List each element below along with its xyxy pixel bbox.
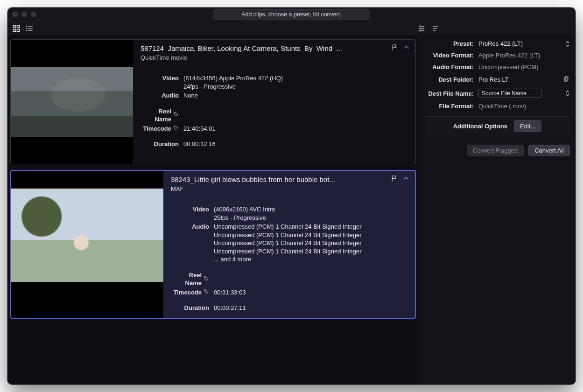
tag-icon	[204, 288, 209, 297]
video-format-value: Apple ProRes 422 (LT)	[478, 52, 570, 59]
additional-options-row: Additional Options Edit...	[425, 116, 570, 136]
video-fps: 25fps - Progressive	[214, 214, 275, 222]
clips-list[interactable]: 587124_Jamaica, Biker, Looking At Camera…	[7, 35, 419, 385]
clip-card[interactable]: 587124_Jamaica, Biker, Looking At Camera…	[10, 39, 416, 164]
tag-icon	[173, 125, 179, 133]
grid-view-button[interactable]	[12, 24, 21, 33]
chevron-updown-icon[interactable]	[565, 41, 570, 47]
clip-card[interactable]: 38243_Little girl blows bubbles from her…	[10, 170, 416, 319]
svg-point-22	[205, 290, 205, 291]
thumbnail	[11, 171, 163, 318]
sort-button[interactable]	[431, 24, 440, 33]
svg-rect-23	[565, 77, 568, 80]
video-spec: (6144x3456) Apple ProRes 422 (HQ)	[183, 74, 283, 83]
window-controls	[12, 12, 36, 17]
preset-value: ProRes 422 (LT)	[478, 40, 523, 47]
chevron-updown-icon[interactable]	[565, 90, 570, 97]
timecode-label: Timecode	[171, 288, 214, 297]
collapse-icon[interactable]	[402, 43, 411, 53]
timecode-value: 00:31:33:03	[214, 288, 246, 297]
video-fps: 24fps - Progressive	[183, 83, 283, 91]
dest-file-name-input[interactable]	[478, 89, 541, 98]
clip-details: 587124_Jamaica, Biker, Looking At Camera…	[133, 40, 415, 164]
content-area: 587124_Jamaica, Biker, Looking At Camera…	[7, 35, 576, 385]
svg-rect-1	[17, 25, 20, 28]
file-format-label: File Format:	[425, 103, 474, 110]
audio-label: Audio	[171, 223, 214, 231]
settings-panel: Preset: ProRes 422 (LT) Video Format: Ap…	[419, 35, 576, 385]
titlebar: Add clips, choose a preset, hit convert.	[7, 7, 576, 21]
svg-rect-2	[13, 29, 15, 31]
preset-label: Preset:	[425, 40, 474, 47]
clip-container-type: QuickTime movie	[140, 54, 409, 61]
flag-icon[interactable]	[391, 175, 398, 184]
titlebar-hint: Add clips, choose a preset, hit convert.	[213, 9, 370, 20]
convert-flagged-button[interactable]: Convert Flagged	[467, 145, 524, 156]
audio-line: Uncompressed (PCM) 1 Channel 24 Bit Sign…	[214, 239, 362, 247]
video-label: Video	[171, 205, 214, 214]
choose-folder-icon[interactable]	[563, 75, 570, 84]
svg-point-20	[175, 126, 175, 127]
file-format-value: QuickTime (.mov)	[478, 103, 570, 110]
audio-line: Uncompressed (PCM) 1 Channel 24 Bit Sign…	[214, 247, 362, 256]
dest-folder-value: Pro Res LT	[478, 76, 509, 83]
video-spec: (4096x2160) AVC Intra	[214, 205, 275, 214]
convert-all-button[interactable]: Convert All	[528, 145, 570, 156]
duration-label: Duration	[171, 304, 214, 312]
clip-title: 38243_Little girl blows bubbles from her…	[171, 175, 358, 183]
minimize-window-button[interactable]	[21, 12, 27, 17]
clip-details: 38243_Little girl blows bubbles from her…	[163, 171, 415, 318]
clip-container-type: MXF	[171, 185, 408, 192]
duration-value: 00:00:27:11	[214, 304, 246, 312]
audio-more: ... and 4 more	[214, 255, 362, 264]
preset-dropdown[interactable]: ProRes 422 (LT)	[478, 40, 523, 47]
close-window-button[interactable]	[12, 12, 18, 17]
timecode-label: Timecode	[140, 125, 183, 133]
svg-rect-0	[13, 25, 15, 28]
clip-title: 587124_Jamaica, Biker, Looking At Camera…	[140, 44, 355, 52]
svg-rect-24	[564, 77, 567, 81]
video-label: Video	[140, 74, 183, 83]
svg-point-11	[420, 26, 421, 27]
audio-format-value: Uncompressed (PCM)	[478, 63, 570, 70]
toolbar	[7, 21, 576, 35]
duration-label: Duration	[140, 140, 183, 148]
svg-point-19	[175, 113, 175, 114]
thumbnail	[11, 40, 133, 164]
svg-point-7	[26, 26, 27, 27]
audio-label: Audio	[140, 91, 183, 100]
svg-point-21	[205, 277, 205, 278]
tag-icon	[204, 275, 209, 284]
tag-icon	[173, 111, 179, 119]
timecode-value: 21:40:54:01	[183, 125, 216, 133]
svg-rect-3	[17, 29, 20, 31]
app-window: Add clips, choose a preset, hit convert.	[7, 7, 576, 385]
flag-icon[interactable]	[391, 44, 399, 53]
reel-name-label: Reel Name	[140, 107, 183, 124]
dest-file-name-label: Dest File Name:	[425, 90, 474, 97]
reel-name-label: Reel Name	[171, 271, 214, 287]
audio-spec: None	[183, 91, 198, 100]
audio-format-label: Audio Format:	[425, 63, 474, 70]
svg-point-8	[26, 28, 27, 29]
collapse-icon[interactable]	[402, 175, 410, 184]
svg-point-9	[26, 30, 27, 31]
dest-folder-label: Dest Folder:	[425, 76, 474, 83]
video-format-label: Video Format:	[425, 52, 474, 59]
audio-line: Uncompressed (PCM) 1 Channel 24 Bit Sign…	[214, 223, 362, 231]
additional-options-label: Additional Options	[453, 123, 507, 130]
svg-point-15	[419, 30, 421, 31]
zoom-window-button[interactable]	[31, 12, 36, 17]
edit-button[interactable]: Edit...	[514, 120, 541, 132]
list-view-button[interactable]	[25, 24, 34, 33]
audio-line: Uncompressed (PCM) 1 Channel 24 Bit Sign…	[214, 231, 362, 239]
duration-value: 00:00:12:16	[183, 140, 216, 148]
settings-sliders-button[interactable]	[417, 24, 426, 33]
svg-point-13	[422, 28, 423, 29]
